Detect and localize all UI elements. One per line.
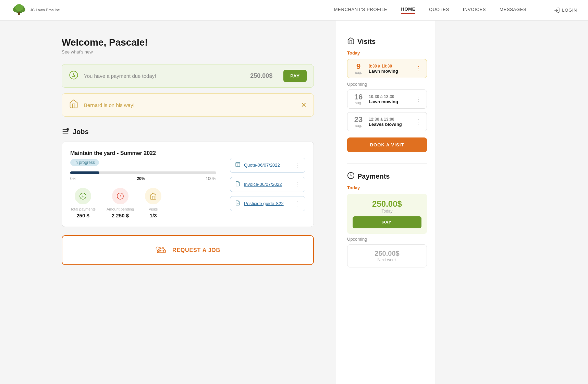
payments-upcoming-label: Upcoming: [347, 237, 427, 242]
visit-card-upcoming-1: 16 aug. 10:30 à 12:30 Lawn mowing ⋮: [347, 89, 427, 109]
job-progress-fill: [70, 171, 99, 174]
request-job-button[interactable]: REQUEST A JOB: [62, 235, 314, 265]
upcoming-2-time: 12:30 à 13:00: [369, 117, 412, 122]
login-icon: [554, 7, 560, 13]
svg-rect-4: [18, 12, 20, 15]
jobs-icon: [62, 128, 69, 136]
upcoming-2-name: Leaves blowing: [369, 122, 412, 127]
payment-upcoming-amount: 250.00$: [352, 250, 422, 257]
stat-visits: Visits 1/3: [145, 188, 161, 218]
today-visit-name: Lawn mowing: [369, 69, 412, 74]
invoice-more-button[interactable]: ⋮: [294, 181, 300, 188]
doc-link-guide[interactable]: Pesticide guide-S22 ⋮: [230, 196, 305, 211]
payment-notification: You have a payment due today! 250.00$ PA…: [62, 64, 314, 88]
job-progress-labels: 0% 20% 100%: [70, 176, 216, 181]
logo-icon: [11, 4, 27, 16]
welcome-subtitle: See what's new: [62, 49, 314, 55]
stat-amount-pending: Amount pending 2 250 $: [107, 188, 134, 218]
progress-end: 100%: [206, 176, 216, 181]
upcoming-2-info: 12:30 à 13:00 Leaves blowing: [369, 117, 412, 127]
upcoming-1-time: 10:30 à 12:30: [369, 94, 412, 99]
visits-label: Visits: [149, 207, 158, 211]
guide-label: Pesticide guide-S22: [244, 201, 291, 206]
upcoming-1-info: 10:30 à 12:30 Lawn mowing: [369, 94, 412, 104]
sidebar-divider: [347, 163, 427, 164]
doc-link-invoice[interactable]: Invoice-06/07/2022 ⋮: [230, 177, 305, 192]
quote-icon: [235, 162, 241, 169]
visits-title: Visits: [347, 37, 427, 46]
visit-card-upcoming-2: 23 aug. 12:30 à 13:00 Leaves blowing ⋮: [347, 112, 427, 131]
payments-section: Payments Today 250.00$ Today PAY Upcomin…: [347, 172, 427, 267]
total-payments-value: 250 $: [76, 213, 89, 218]
upcoming-1-date: 16 aug.: [352, 93, 365, 105]
upcoming-2-date: 23 aug.: [352, 116, 365, 128]
guide-icon: [235, 200, 241, 207]
nav-invoices[interactable]: INVOICES: [463, 7, 486, 13]
doc-link-quote[interactable]: Quote-06/07/2022 ⋮: [230, 158, 305, 173]
upcoming-1-month: aug.: [355, 101, 362, 105]
amount-pending-icon: [112, 188, 128, 204]
today-visit-month: aug.: [355, 70, 362, 74]
payment-notif-pay-button[interactable]: PAY: [283, 70, 307, 82]
total-payments-icon: [75, 188, 91, 204]
guide-more-button[interactable]: ⋮: [294, 200, 300, 207]
payment-pay-button[interactable]: PAY: [353, 216, 421, 228]
visits-section: Visits Today 9 aug. 8:30 à 10:30 Lawn mo…: [347, 37, 427, 163]
job-documents: Quote-06/07/2022 ⋮ Invoice-06/07/2022 ⋮: [230, 150, 305, 218]
book-visit-button[interactable]: BOOK A VISIT: [347, 137, 427, 152]
welcome-title: Welcome, Pascale!: [62, 37, 314, 48]
nav-quotes[interactable]: QUOTES: [429, 7, 449, 13]
svg-line-23: [159, 250, 160, 253]
today-visit-date: 9 aug.: [352, 63, 365, 74]
job-details-left: Maintain the yard - Summer 2022 In progr…: [70, 150, 216, 218]
worker-notif-close-button[interactable]: ✕: [301, 101, 307, 109]
svg-point-29: [162, 248, 164, 249]
page-body: Welcome, Pascale! See what's new You hav…: [0, 21, 588, 384]
quote-more-button[interactable]: ⋮: [294, 161, 300, 169]
login-label: LOGIN: [562, 8, 577, 13]
payment-notif-icon: [69, 70, 78, 82]
upcoming-1-more-button[interactable]: ⋮: [416, 95, 422, 103]
job-status-badge: In progress: [70, 159, 99, 166]
svg-rect-17: [236, 163, 240, 167]
payment-today-amount: 250.00$: [353, 199, 421, 209]
visits-value: 1/3: [150, 213, 157, 218]
svg-point-3: [15, 4, 23, 11]
job-title: Maintain the yard - Summer 2022: [70, 150, 216, 156]
sidebar: Visits Today 9 aug. 8:30 à 10:30 Lawn mo…: [336, 21, 435, 384]
amount-pending-value: 2 250 $: [112, 213, 129, 218]
upcoming-1-name: Lawn mowing: [369, 99, 412, 104]
nav-home[interactable]: HOME: [401, 7, 415, 14]
today-visit-day: 9: [356, 63, 360, 70]
stat-total-payments: Total payments 250 $: [70, 188, 96, 218]
login-button[interactable]: LOGIN: [554, 7, 577, 13]
job-stats: Total payments 250 $ Amount pending 2 25…: [70, 188, 216, 218]
today-visit-info: 8:30 à 10:30 Lawn mowing: [369, 64, 412, 74]
payment-today-sub: Today: [353, 209, 421, 214]
brand-name: JC Lawn Pros Inc: [30, 8, 60, 12]
payments-today-label: Today: [347, 185, 427, 190]
visit-card-today: 9 aug. 8:30 à 10:30 Lawn mowing ⋮: [347, 59, 427, 78]
visits-icon: [347, 37, 355, 46]
worker-notification: Bernard is on his way! ✕: [62, 93, 314, 117]
main-content: Welcome, Pascale! See what's new You hav…: [0, 21, 336, 384]
payment-upcoming-sub: Next week: [352, 257, 422, 262]
nav-messages[interactable]: MESSAGES: [500, 7, 526, 13]
nav-merchant-profile[interactable]: MERCHANT'S PROFILE: [334, 7, 388, 13]
today-visit-more-button[interactable]: ⋮: [416, 65, 422, 72]
today-visit-time: 8:30 à 10:30: [369, 64, 412, 69]
jobs-section-title: Jobs: [73, 128, 89, 136]
visits-today-label: Today: [347, 50, 427, 56]
payment-notif-amount: 250.00$: [250, 72, 272, 80]
upcoming-2-more-button[interactable]: ⋮: [416, 118, 422, 125]
worker-notif-icon: [69, 99, 78, 111]
job-progress-bar: [70, 171, 216, 174]
worker-notif-text: Bernard is on his way!: [84, 102, 295, 108]
visits-upcoming-label: Upcoming: [347, 82, 427, 87]
navbar: JC Lawn Pros Inc MERCHANT'S PROFILE HOME…: [0, 0, 588, 21]
payment-upcoming-card: 250.00$ Next week: [347, 244, 427, 267]
progress-current: 20%: [137, 176, 145, 181]
jobs-section-header: Jobs: [62, 128, 314, 136]
job-card: Maintain the yard - Summer 2022 In progr…: [62, 142, 314, 227]
request-job-icon: [155, 243, 168, 257]
